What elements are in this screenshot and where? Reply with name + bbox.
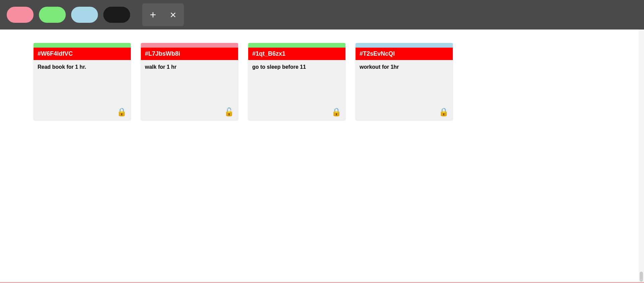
- card-4-body: workout for 1hr: [356, 60, 453, 104]
- scrollbar-handle[interactable]: [640, 272, 643, 282]
- card-1-text: Read book for 1 hr.: [38, 64, 86, 70]
- card-2-color-bar: [141, 43, 238, 48]
- card-4-tag: #T2sEvNcQI: [356, 48, 453, 60]
- add-button[interactable]: +: [144, 5, 162, 25]
- card-4-text: workout for 1hr: [360, 64, 399, 70]
- card-1-tag: #W6F4ldfVC: [34, 48, 131, 60]
- card-3-tag: #1qt_B6zx1: [248, 48, 345, 60]
- card-2-lock-icon[interactable]: 🔓: [224, 107, 234, 117]
- card-1-lock-icon[interactable]: 🔒: [117, 107, 127, 117]
- card-3-text: go to sleep before 11: [252, 64, 306, 70]
- card-4-lock-icon[interactable]: 🔒: [439, 107, 449, 117]
- main-content: #W6F4ldfVC Read book for 1 hr. 🔒 #L7JbsW…: [0, 30, 644, 283]
- color-pill-blue[interactable]: [71, 7, 98, 23]
- close-icon: ×: [170, 9, 176, 21]
- card-3[interactable]: #1qt_B6zx1 go to sleep before 11 🔒: [248, 43, 345, 120]
- card-3-lock-icon[interactable]: 🔒: [331, 107, 341, 117]
- card-1[interactable]: #W6F4ldfVC Read book for 1 hr. 🔒: [34, 43, 131, 120]
- card-3-body: go to sleep before 11: [248, 60, 345, 104]
- toolbar: + ×: [0, 0, 644, 30]
- close-button[interactable]: ×: [164, 5, 182, 25]
- card-4[interactable]: #T2sEvNcQI workout for 1hr 🔒: [356, 43, 453, 120]
- card-2-body: walk for 1 hr: [141, 60, 238, 104]
- card-2[interactable]: #L7JbsWb8i walk for 1 hr 🔓: [141, 43, 238, 120]
- card-4-color-bar: [356, 43, 453, 48]
- card-2-text: walk for 1 hr: [145, 64, 176, 70]
- color-pill-green[interactable]: [39, 7, 66, 23]
- card-3-color-bar: [248, 43, 345, 48]
- scrollbar[interactable]: [639, 30, 644, 283]
- card-2-tag: #L7JbsWb8i: [141, 48, 238, 60]
- plus-icon: +: [150, 9, 156, 21]
- toolbar-actions: + ×: [142, 3, 184, 26]
- color-pill-pink[interactable]: [7, 7, 34, 23]
- color-pill-black[interactable]: [103, 7, 130, 23]
- card-1-color-bar: [34, 43, 131, 48]
- card-1-body: Read book for 1 hr.: [34, 60, 131, 104]
